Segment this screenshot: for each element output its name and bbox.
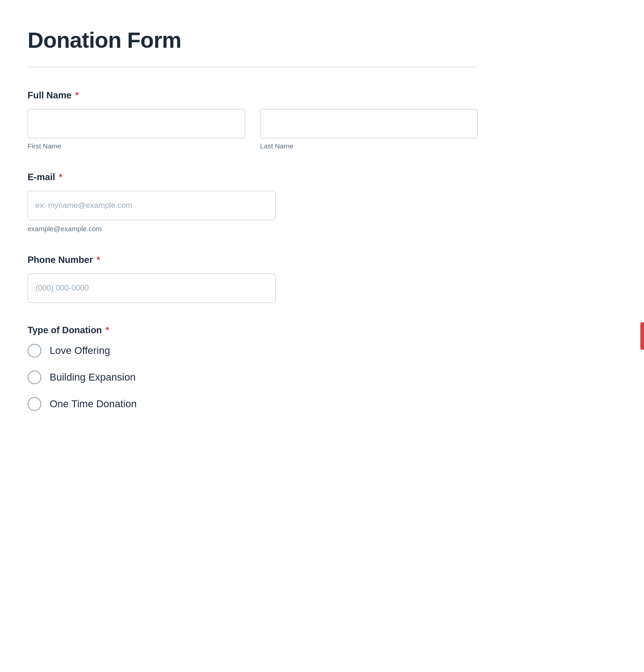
radio-item-one-time-donation[interactable]: One Time Donation <box>28 397 478 411</box>
radio-item-love-offering[interactable]: Love Offering <box>28 344 478 358</box>
radio-label-building-expansion: Building Expansion <box>50 371 136 383</box>
radio-love-offering[interactable] <box>28 344 41 358</box>
radio-label-love-offering: Love Offering <box>50 345 110 357</box>
email-label: E-mail * <box>28 172 478 182</box>
radio-building-expansion[interactable] <box>28 370 41 384</box>
full-name-label: Full Name * <box>28 90 478 101</box>
donation-type-required: * <box>106 325 109 336</box>
scrollbar-indicator[interactable] <box>640 322 644 350</box>
email-hint: example@example.com <box>28 225 478 233</box>
last-name-sub-label: Last Name <box>260 142 478 150</box>
email-section: E-mail * example@example.com <box>28 172 478 233</box>
phone-section: Phone Number * <box>28 255 478 303</box>
page-container: Donation Form Full Name * First Name Las… <box>0 0 505 470</box>
donation-type-section: Type of Donation * Love Offering Buildin… <box>28 325 478 411</box>
donation-type-label: Type of Donation * <box>28 325 478 336</box>
first-name-input[interactable] <box>28 109 245 138</box>
first-name-sub-label: First Name <box>28 142 245 150</box>
phone-input[interactable] <box>28 273 276 303</box>
donation-type-radio-group: Love Offering Building Expansion One Tim… <box>28 344 478 411</box>
phone-required: * <box>96 255 100 265</box>
email-required: * <box>59 172 62 182</box>
radio-item-building-expansion[interactable]: Building Expansion <box>28 370 478 384</box>
first-name-field: First Name <box>28 109 245 150</box>
phone-label: Phone Number * <box>28 255 478 265</box>
radio-label-one-time-donation: One Time Donation <box>50 398 137 410</box>
page-title: Donation Form <box>28 28 478 53</box>
email-input[interactable] <box>28 191 276 220</box>
last-name-field: Last Name <box>260 109 478 150</box>
full-name-required: * <box>75 90 79 101</box>
last-name-input[interactable] <box>260 109 478 138</box>
section-divider <box>28 67 478 67</box>
radio-one-time-donation[interactable] <box>28 397 41 411</box>
full-name-section: Full Name * First Name Last Name <box>28 90 478 150</box>
name-row: First Name Last Name <box>28 109 478 150</box>
